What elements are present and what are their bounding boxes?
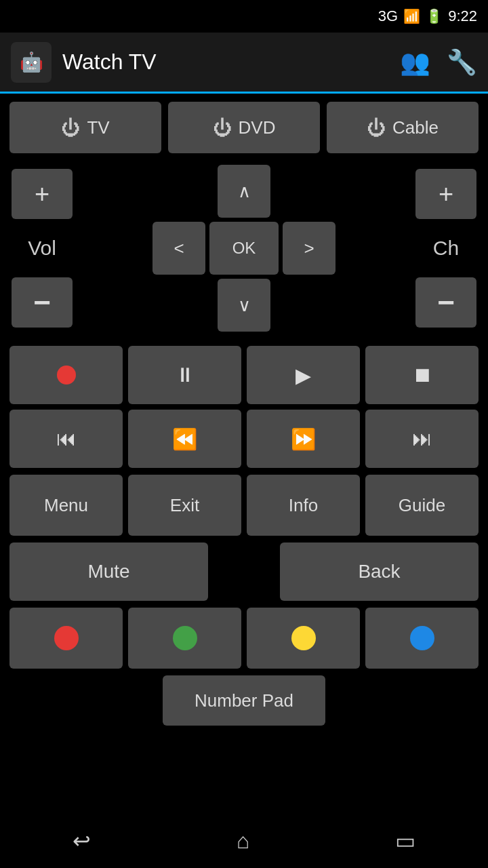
numpad-row: Number Pad [9,675,479,726]
media-row-2: ⏮ ⏪ ⏩ ⏭ [9,410,479,468]
up-arrow-icon: ∧ [238,181,251,202]
number-pad-label: Number Pad [195,690,293,711]
dpad-down-button[interactable]: ∨ [218,279,270,332]
yellow-dot [291,626,316,650]
number-pad-button[interactable]: Number Pad [163,675,325,726]
tv-power-icon: ⏻ [61,117,80,139]
record-button[interactable] [9,346,123,404]
ch-minus-icon: − [437,285,455,319]
prev-icon: ⏮ [56,427,77,450]
dpad: ∧ < OK > ∨ [152,164,336,332]
rewind-icon: ⏪ [172,427,197,451]
plus-icon: + [35,180,49,209]
info-label: Info [289,495,318,516]
ok-label: OK [232,239,256,258]
ch-down-button[interactable]: − [415,277,476,328]
next-icon: ⏭ [412,427,432,450]
status-bar: 3G 📶 🔋 9:22 [0,0,488,33]
dvd-power-label: DVD [239,117,276,138]
ch-plus-icon: + [439,180,453,209]
tv-power-label: TV [87,117,109,138]
red-color-button[interactable] [9,608,123,669]
pause-button[interactable]: ⏸ [128,346,241,404]
bottom-nav: ↩ ⌂ ▭ [0,814,488,868]
blue-color-button[interactable] [365,608,479,669]
cable-power-label: Cable [392,117,439,138]
back-button[interactable]: Back [280,542,479,601]
prev-button[interactable]: ⏮ [9,410,123,468]
nav-area: + Vol − ∧ < OK > ∨ [9,167,479,330]
users-icon[interactable]: 👥 [400,48,430,77]
app-bar: 🤖 Watch TV 👥 🔧 [0,33,488,94]
app-icon: 🤖 [11,42,52,83]
down-arrow-icon: ∨ [238,295,251,316]
menu-label: Menu [44,495,88,516]
nav-recent-icon[interactable]: ▭ [395,828,415,854]
dvd-power-button[interactable]: ⏻ DVD [168,102,320,153]
red-dot [54,626,79,650]
ok-button[interactable]: OK [209,222,279,275]
dvd-power-icon: ⏻ [213,117,232,139]
ch-up-button[interactable]: + [415,169,476,219]
guide-button[interactable]: Guide [365,475,479,536]
green-color-button[interactable] [128,608,241,669]
next-button[interactable]: ⏭ [365,410,479,468]
mute-label: Mute [87,561,129,583]
guide-label: Guide [399,495,445,516]
nav-home-icon[interactable]: ⌂ [237,829,249,854]
left-arrow-icon: < [174,238,184,259]
ch-label: Ch [433,237,459,260]
dpad-right-button[interactable]: > [283,222,336,275]
fastforward-icon: ⏩ [291,427,316,451]
cable-power-icon: ⏻ [367,117,386,139]
mute-back-row: Mute Back [9,542,479,601]
color-row [9,608,479,669]
info-button[interactable]: Info [247,475,360,536]
blue-dot [410,626,434,650]
media-rows: ⏸ ▶ ⏹ ⏮ ⏪ ⏩ ⏭ [9,346,479,468]
exit-label: Exit [170,495,199,516]
media-row-1: ⏸ ▶ ⏹ [9,346,479,404]
signal-icon: 📶 [403,8,420,24]
fastforward-button[interactable]: ⏩ [247,410,360,468]
rewind-button[interactable]: ⏪ [128,410,241,468]
play-icon: ▶ [296,363,311,387]
battery-icon: 🔋 [426,8,443,24]
record-icon [57,366,76,384]
menu-button[interactable]: Menu [9,475,123,536]
back-label: Back [358,561,400,583]
vol-down-button[interactable]: − [12,277,73,328]
settings-icon[interactable]: 🔧 [447,48,477,77]
power-row: ⏻ TV ⏻ DVD ⏻ Cable [9,102,479,153]
minus-icon: − [33,285,51,319]
right-arrow-icon: > [304,238,314,259]
main-content: ⏻ TV ⏻ DVD ⏻ Cable + Vol − ∧ < [0,94,488,734]
network-indicator: 3G [378,7,398,25]
play-button[interactable]: ▶ [247,346,360,404]
green-dot [173,626,197,650]
vol-up-button[interactable]: + [12,169,73,219]
dpad-left-button[interactable]: < [152,222,205,275]
app-title: Watch TV [62,50,384,75]
tv-power-button[interactable]: ⏻ TV [9,102,161,153]
clock: 9:22 [448,7,477,25]
yellow-color-button[interactable] [247,608,360,669]
spacer [214,542,274,601]
stop-button[interactable]: ⏹ [365,346,479,404]
nav-back-icon[interactable]: ↩ [73,828,91,854]
menu-row: Menu Exit Info Guide [9,475,479,536]
exit-button[interactable]: Exit [128,475,241,536]
vol-label: Vol [28,237,56,260]
mute-button[interactable]: Mute [9,542,208,601]
stop-icon: ⏹ [412,363,432,387]
pause-icon: ⏸ [175,363,195,387]
cable-power-button[interactable]: ⏻ Cable [327,102,479,153]
dpad-up-button[interactable]: ∧ [218,165,270,218]
